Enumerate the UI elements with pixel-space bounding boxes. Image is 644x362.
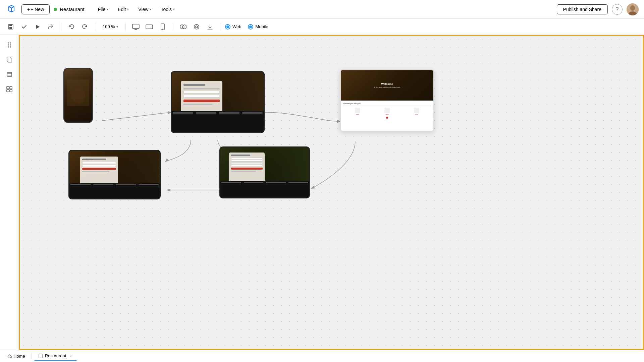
svg-point-1 <box>630 5 635 11</box>
svg-rect-27 <box>7 89 9 92</box>
tab-page-icon <box>38 354 43 358</box>
tab-close-button[interactable]: × <box>68 354 73 358</box>
desktop-device-button[interactable] <box>130 21 141 32</box>
svg-rect-25 <box>7 86 9 89</box>
chevron-icon: ▾ <box>150 7 151 11</box>
status-dot <box>54 8 57 11</box>
chevron-icon: ▾ <box>127 7 129 11</box>
svg-marker-6 <box>36 25 40 29</box>
svg-rect-7 <box>132 24 139 28</box>
divider <box>173 23 173 31</box>
file-menu[interactable]: File ▾ <box>94 5 113 14</box>
home-label-container: Home 🏠 Welcome to a unique gastronomic e… <box>340 69 434 131</box>
canvas[interactable]: Splash Login ➜ <box>19 35 644 350</box>
web-preview-option[interactable]: Web <box>225 24 241 29</box>
divider <box>61 23 61 31</box>
svg-point-11 <box>152 26 152 27</box>
navbar: + + New Restaurant File ▾ Edit ▾ View ▾ … <box>0 0 644 19</box>
nav-menus: File ▾ Edit ▾ View ▾ Tools ▾ <box>94 5 179 14</box>
edit-menu[interactable]: Edit ▾ <box>114 5 133 14</box>
divider <box>95 23 95 31</box>
left-sidebar <box>0 35 19 350</box>
navbar-right: Publish and Share ? <box>557 3 639 15</box>
toolbar: 100 % ▾ <box>0 19 644 35</box>
layer-icon[interactable] <box>3 68 15 80</box>
home-frame-mockup[interactable]: Welcome to a unique gastronomic experien… <box>340 69 434 131</box>
components-icon[interactable] <box>3 83 15 95</box>
svg-point-14 <box>180 25 184 29</box>
play-button[interactable] <box>32 21 43 32</box>
check-button[interactable] <box>19 21 30 32</box>
plus-icon: + <box>27 7 30 12</box>
tools-menu[interactable]: Tools ▾ <box>157 5 179 14</box>
logo <box>5 3 17 15</box>
project-name: Restaurant <box>54 6 84 12</box>
register-label-container: Register <box>219 146 310 198</box>
svg-rect-5 <box>9 27 12 29</box>
new-button[interactable]: + + New <box>21 4 50 14</box>
login-frame-mockup[interactable] <box>171 71 265 133</box>
web-check-icon <box>225 24 230 29</box>
view-menu[interactable]: View ▾ <box>134 5 155 14</box>
svg-point-13 <box>162 29 163 29</box>
svg-rect-26 <box>10 86 12 89</box>
tab-home[interactable]: Home <box>4 352 29 360</box>
chevron-down-icon: ▾ <box>116 25 118 28</box>
share-button[interactable] <box>46 21 56 32</box>
svg-rect-21 <box>8 58 12 63</box>
svg-point-15 <box>182 25 186 29</box>
mobile-device-button[interactable] <box>157 21 168 32</box>
splash-label-container: Splash <box>63 68 93 123</box>
splash-phone-mockup[interactable] <box>63 68 93 123</box>
login-label-container: Login ➜ <box>171 71 265 133</box>
register-frame-mockup[interactable] <box>219 146 310 198</box>
avatar[interactable] <box>627 3 639 15</box>
mobile-preview-option[interactable]: Mobile <box>248 24 268 29</box>
svg-point-17 <box>196 26 198 28</box>
tab-bar: Home Restaurant × <box>0 350 644 362</box>
tab-restaurant[interactable]: Restaurant × <box>34 352 77 361</box>
pages-icon[interactable] <box>3 54 15 66</box>
svg-rect-22 <box>7 72 12 76</box>
main-area: Splash Login ➜ <box>0 35 644 350</box>
tab-divider <box>31 353 32 360</box>
chevron-icon: ▾ <box>173 7 175 11</box>
svg-rect-4 <box>9 24 12 26</box>
undo-button[interactable] <box>66 21 77 32</box>
home-tab-icon <box>7 354 12 359</box>
sidebar-dots-icon[interactable] <box>3 39 15 51</box>
help-button[interactable]: ? <box>612 4 623 15</box>
divider <box>220 23 220 31</box>
publish-share-button[interactable]: Publish and Share <box>557 4 608 14</box>
mobile-check-icon <box>248 24 253 29</box>
divider <box>125 23 126 31</box>
prototype-button[interactable] <box>191 21 202 32</box>
svg-rect-28 <box>10 89 12 92</box>
forgot-password-frame-mockup[interactable]: Recover password <box>68 150 161 199</box>
svg-rect-33 <box>39 354 42 358</box>
download-button[interactable] <box>205 21 215 32</box>
save-button[interactable] <box>5 21 16 32</box>
chevron-icon: ▾ <box>107 7 108 11</box>
forgot-password-label-container: Forgot your password Recover password <box>68 150 161 199</box>
tablet-landscape-button[interactable] <box>144 21 155 32</box>
svg-point-16 <box>194 24 199 29</box>
interaction-button[interactable] <box>178 21 189 32</box>
zoom-control[interactable]: 100 % ▾ <box>100 23 121 31</box>
help-icon: ? <box>616 6 619 12</box>
redo-button[interactable] <box>79 21 90 32</box>
